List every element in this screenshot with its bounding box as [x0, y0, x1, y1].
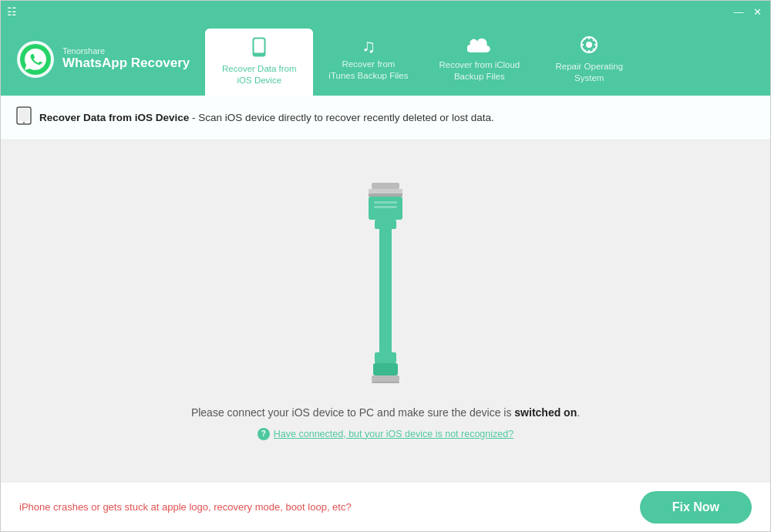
- bottom-bar: iPhone crashes or gets stuck at apple lo…: [1, 482, 770, 531]
- help-link[interactable]: ? Have connected, but your iOS device is…: [258, 428, 513, 440]
- svg-rect-15: [369, 189, 402, 194]
- page-header: Recover Data from iOS Device - Scan iOS …: [1, 96, 770, 140]
- icloud-icon: [467, 36, 492, 56]
- svg-rect-3: [254, 39, 264, 52]
- svg-rect-24: [372, 375, 399, 382]
- logo-text: Tenorshare WhatsApp Recovery: [62, 46, 190, 71]
- tab-recover-ios[interactable]: Recover Data fromiOS Device: [205, 29, 313, 96]
- svg-rect-19: [374, 206, 397, 208]
- logo-area: Tenorshare WhatsApp Recovery: [1, 22, 205, 96]
- svg-rect-22: [375, 352, 396, 363]
- svg-rect-8: [588, 50, 590, 53]
- svg-rect-23: [373, 363, 398, 375]
- page-title: Recover Data from iOS Device: [39, 112, 189, 123]
- product-name: WhatsApp Recovery: [62, 56, 190, 71]
- cable-illustration: [339, 183, 432, 383]
- title-bar-controls: — ✕: [732, 5, 764, 19]
- app-window: ☷ — ✕ Tenorshare WhatsApp Recovery: [0, 0, 771, 532]
- repair-icon: [579, 35, 599, 58]
- title-bar-icon: ☷: [7, 5, 17, 18]
- svg-rect-16: [369, 194, 402, 197]
- app-body: Recover Data from iOS Device - Scan iOS …: [1, 96, 770, 531]
- minimize-button[interactable]: —: [732, 5, 746, 19]
- svg-rect-25: [372, 382, 399, 383]
- tab-recover-itunes[interactable]: ♫ Recover fromiTunes Backup Files: [313, 22, 423, 96]
- svg-rect-10: [594, 44, 598, 45]
- svg-rect-18: [374, 201, 397, 204]
- svg-rect-7: [588, 36, 590, 39]
- close-button[interactable]: ✕: [750, 5, 764, 19]
- tab-recover-ios-label: Recover Data fromiOS Device: [222, 63, 297, 86]
- app-logo-icon: [16, 40, 55, 79]
- bottom-warning-text: iPhone crashes or gets stuck at apple lo…: [19, 501, 352, 513]
- tab-recover-icloud[interactable]: Recover from iCloudBackup Files: [423, 22, 535, 96]
- svg-rect-12: [19, 109, 29, 121]
- itunes-icon: ♫: [362, 37, 375, 56]
- svg-rect-9: [581, 44, 584, 45]
- svg-rect-21: [379, 229, 392, 352]
- svg-point-4: [258, 53, 260, 55]
- page-description: - Scan iOS device directly to recover re…: [189, 112, 493, 123]
- svg-point-6: [586, 42, 592, 48]
- help-icon: ?: [258, 428, 270, 440]
- nav-tabs: Recover Data fromiOS Device ♫ Recover fr…: [205, 22, 770, 96]
- svg-point-13: [23, 122, 25, 123]
- svg-rect-20: [375, 220, 396, 229]
- app-header: Tenorshare WhatsApp Recovery Recover Dat…: [1, 22, 770, 96]
- tab-repair-os[interactable]: Repair OperatingSystem: [535, 22, 643, 96]
- help-link-text: Have connected, but your iOS device is n…: [274, 429, 513, 439]
- main-content: Please connect your iOS device to PC and…: [1, 140, 770, 482]
- menu-icon[interactable]: ☷: [7, 5, 17, 18]
- ios-device-icon: [249, 37, 269, 60]
- fix-now-button[interactable]: Fix Now: [640, 491, 752, 524]
- title-bar: ☷ — ✕: [1, 1, 770, 22]
- brand-name: Tenorshare: [62, 46, 190, 56]
- tab-recover-itunes-label: Recover fromiTunes Backup Files: [328, 59, 408, 82]
- ios-device-small-icon: [16, 106, 32, 129]
- page-header-text: Recover Data from iOS Device - Scan iOS …: [39, 112, 494, 123]
- svg-rect-14: [372, 183, 399, 189]
- tab-repair-os-label: Repair OperatingSystem: [555, 61, 623, 84]
- connect-message: Please connect your iOS device to PC and…: [191, 406, 580, 419]
- tab-recover-icloud-label: Recover from iCloudBackup Files: [439, 59, 520, 82]
